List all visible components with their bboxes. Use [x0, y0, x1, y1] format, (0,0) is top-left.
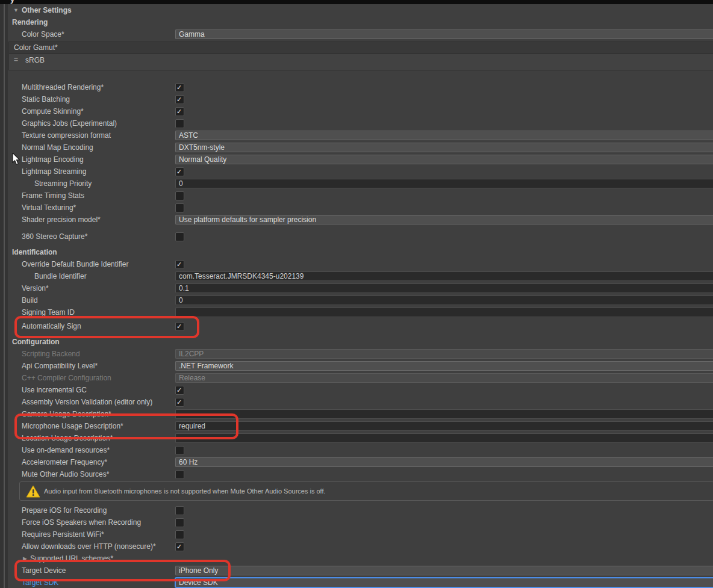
streaming-priority-input[interactable]: 0 [175, 179, 713, 188]
location-usage-description-label: Location Usage Description* [22, 432, 113, 444]
override-default-bundle-identifier-checkbox[interactable] [175, 260, 184, 269]
target-device-row: Target DeviceiPhone Only [8, 565, 713, 577]
camera-usage-description-input[interactable] [175, 409, 713, 419]
lightmap-streaming-label: Lightmap Streaming [22, 166, 86, 178]
api-compatibility-level-dropdown[interactable]: .NET Framework [175, 361, 713, 371]
compute-skinning-checkbox[interactable] [175, 107, 184, 116]
cpp-compiler-configuration-label: C++ Compiler Configuration [22, 372, 111, 384]
static-batching-checkbox[interactable] [175, 95, 184, 104]
color-space-label: Color Space* [22, 28, 64, 40]
normal-map-encoding-dropdown[interactable]: DXT5nm-style [175, 143, 713, 152]
target-sdk-dropdown[interactable]: Device SDK [175, 578, 713, 587]
stereo-360-capture-row: 360 Stereo Capture* [8, 231, 713, 243]
build-input[interactable]: 0 [175, 296, 713, 305]
target-sdk-label: Target SDK [22, 577, 58, 588]
api-compatibility-level-row: Api Compatibility Level*.NET Framework [8, 360, 713, 372]
requires-persistent-wifi-label: Requires Persistent WiFi* [22, 528, 104, 540]
target-device-dropdown[interactable]: iPhone Only [175, 566, 713, 575]
mute-other-audio-sources-label: Mute Other Audio Sources* [22, 468, 109, 480]
scripting-backend-row: Scripting BackendIL2CPP [8, 348, 713, 360]
stereo-360-capture-checkbox[interactable] [175, 232, 184, 241]
color-gamut-list-item[interactable]: =sRGB [9, 54, 713, 67]
cpp-compiler-configuration-row: C++ Compiler ConfigurationRelease [8, 372, 713, 384]
lightmap-encoding-label: Lightmap Encoding [22, 153, 84, 166]
shader-precision-model-label: Shader precision model* [22, 214, 101, 226]
use-on-demand-resources-checkbox[interactable] [175, 446, 184, 455]
allow-downloads-over-http-checkbox[interactable] [175, 542, 184, 551]
virtual-texturing-label: Virtual Texturing* [22, 202, 76, 214]
bundle-identifier-label: Bundle Identifier [34, 270, 87, 282]
graphics-jobs-label: Graphics Jobs (Experimental) [22, 117, 117, 129]
streaming-priority-label: Streaming Priority [34, 178, 92, 190]
section-identification-row: Identification [8, 246, 713, 258]
override-default-bundle-identifier-label: Override Default Bundle Identifier [22, 258, 128, 270]
location-usage-description-input[interactable] [175, 433, 713, 443]
use-on-demand-resources-row: Use on-demand resources* [8, 444, 713, 456]
shader-precision-model-dropdown[interactable]: Use platform defaults for sampler precis… [175, 215, 713, 224]
signing-team-id-row: Signing Team ID [8, 306, 713, 318]
scripting-backend-dropdown: IL2CPP [175, 349, 713, 359]
mute-other-audio-sources-checkbox[interactable] [175, 470, 184, 479]
microphone-usage-description-input[interactable]: required [175, 421, 713, 431]
target-device-label: Target Device [22, 565, 66, 577]
force-ios-speakers-row: Force iOS Speakers when Recording [8, 516, 713, 528]
use-incremental-gc-row: Use incremental GC [8, 384, 713, 396]
chevron-down-icon: ▼ [13, 4, 19, 16]
allow-downloads-over-http-label: Allow downloads over HTTP (nonsecure)* [22, 540, 156, 552]
accelerometer-frequency-dropdown[interactable]: 60 Hz [175, 457, 713, 467]
other-settings-foldout-label: Other Settings [22, 4, 72, 16]
prepare-ios-for-recording-label: Prepare iOS for Recording [22, 504, 107, 516]
override-default-bundle-identifier-row: Override Default Bundle Identifier [8, 258, 713, 270]
bluetooth-audio-warning-box: Audio input from Bluetooth microphones i… [19, 481, 713, 501]
graphics-jobs-checkbox[interactable] [175, 119, 184, 128]
automatically-sign-checkbox[interactable] [175, 322, 184, 331]
assembly-version-validation-row: Assembly Version Validation (editor only… [8, 396, 713, 408]
multithreaded-rendering-row: Multithreaded Rendering* [8, 81, 713, 93]
build-label: Build [22, 294, 38, 306]
scripting-backend-label: Scripting Backend [22, 348, 80, 360]
texture-compression-format-dropdown[interactable]: ASTC [175, 131, 713, 140]
section-rendering-row: Rendering [8, 16, 713, 28]
virtual-texturing-checkbox[interactable] [175, 203, 184, 212]
lightmap-encoding-dropdown[interactable]: Normal Quality [175, 155, 713, 164]
requires-persistent-wifi-checkbox[interactable] [175, 530, 184, 539]
microphone-usage-description-row: Microphone Usage Description*required [8, 420, 713, 432]
compute-skinning-row: Compute Skinning* [8, 105, 713, 117]
other-settings-foldout-row[interactable]: ▼Other Settings [8, 4, 713, 16]
multithreaded-rendering-checkbox[interactable] [175, 83, 184, 92]
assembly-version-validation-checkbox[interactable] [175, 398, 184, 407]
texture-compression-format-label: Texture compression format [22, 129, 111, 141]
stereo-360-capture-label: 360 Stereo Capture* [22, 231, 87, 243]
prepare-ios-for-recording-row: Prepare iOS for Recording [8, 504, 713, 516]
window-top-edge: y [0, 0, 713, 4]
compute-skinning-label: Compute Skinning* [22, 105, 84, 117]
static-batching-row: Static Batching [8, 93, 713, 105]
use-incremental-gc-checkbox[interactable] [175, 386, 184, 395]
microphone-usage-description-label: Microphone Usage Description* [22, 420, 123, 432]
supported-url-schemes-foldout-row[interactable]: ▶Supported URL schemes* [8, 552, 713, 565]
bundle-identifier-input[interactable]: com.Tesseract.JMRSDK4345-u202139 [175, 271, 713, 281]
camera-usage-description-label: Camera Usage Description* [22, 408, 111, 420]
lightmap-streaming-checkbox[interactable] [175, 167, 184, 176]
prepare-ios-for-recording-checkbox[interactable] [175, 506, 184, 515]
graphics-jobs-row: Graphics Jobs (Experimental) [8, 117, 713, 129]
force-ios-speakers-label: Force iOS Speakers when Recording [22, 516, 141, 528]
lightmap-encoding-row: Lightmap EncodingNormal Quality [8, 153, 713, 166]
warning-triangle-icon [26, 485, 40, 498]
shader-precision-model-row: Shader precision model*Use platform defa… [8, 214, 713, 226]
supported-url-schemes-foldout-label: Supported URL schemes* [30, 552, 113, 565]
color-gamut-list-body: =sRGB [9, 54, 713, 70]
normal-map-encoding-label: Normal Map Encoding [22, 141, 93, 153]
bundle-identifier-row: Bundle Identifiercom.Tesseract.JMRSDK434… [8, 270, 713, 282]
virtual-texturing-row: Virtual Texturing* [8, 202, 713, 214]
color-space-dropdown[interactable]: Gamma [175, 29, 713, 39]
texture-compression-format-row: Texture compression formatASTC [8, 129, 713, 141]
force-ios-speakers-checkbox[interactable] [175, 518, 184, 527]
frame-timing-stats-checkbox[interactable] [175, 191, 184, 200]
signing-team-id-input[interactable] [175, 308, 713, 317]
drag-handle-icon[interactable]: = [14, 54, 18, 66]
version-input[interactable]: 0.1 [175, 283, 713, 293]
automatically-sign-label: Automatically Sign [22, 320, 81, 332]
bluetooth-audio-warning-row: Audio input from Bluetooth microphones i… [8, 481, 713, 501]
color-gamut-item-label: sRGB [25, 54, 45, 67]
